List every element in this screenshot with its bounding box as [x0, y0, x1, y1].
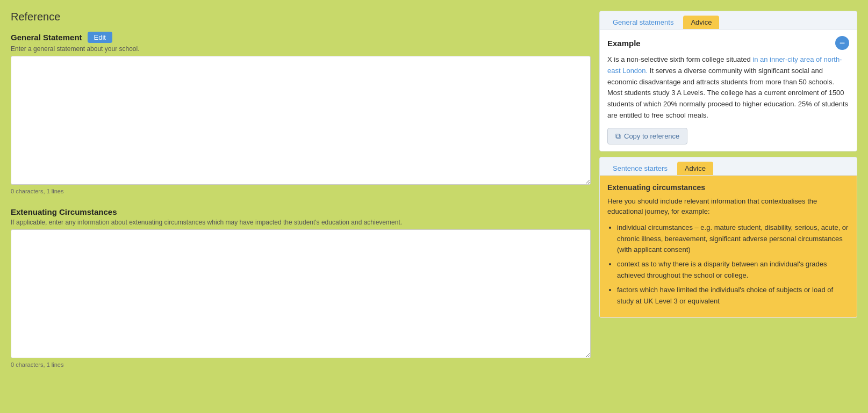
- lower-panel-body: Extenuating circumstances Here you shoul…: [600, 176, 857, 318]
- tab-sentence-starters[interactable]: Sentence starters: [605, 162, 675, 175]
- copy-button-label: Copy to reference: [624, 132, 679, 140]
- copy-icon: ⧉: [615, 132, 621, 141]
- upper-panel-tabs: General statements Advice: [600, 11, 857, 30]
- general-statement-title: General Statement: [11, 33, 82, 42]
- extenuating-title: Extenuating Circumstances: [11, 207, 117, 216]
- example-text: X is a non-selective sixth form college …: [607, 54, 849, 121]
- extenuating-header: Extenuating Circumstances: [11, 207, 591, 216]
- general-statement-desc: Enter a general statement about your sch…: [11, 45, 591, 53]
- tab-general-statements[interactable]: General statements: [605, 16, 681, 29]
- upper-panel-body: Example − X is a non-selective sixth for…: [600, 30, 857, 151]
- left-column: Reference General Statement Edit Enter a…: [11, 11, 591, 402]
- lower-panel-tabs: Sentence starters Advice: [600, 157, 857, 176]
- list-item: individual circumstances – e.g. mature s…: [617, 222, 849, 256]
- extenuating-section: Extenuating Circumstances If applicable,…: [11, 207, 591, 376]
- page-title: Reference: [11, 11, 591, 23]
- edit-button[interactable]: Edit: [88, 32, 112, 43]
- general-statement-header: General Statement Edit: [11, 32, 591, 43]
- lower-panel: Sentence starters Advice Extenuating cir…: [599, 157, 857, 318]
- right-column: General statements Advice Example − X is…: [599, 11, 857, 402]
- list-item: factors which have limited the individua…: [617, 285, 849, 307]
- minus-icon: −: [840, 38, 845, 48]
- tab-advice-lower[interactable]: Advice: [677, 162, 713, 175]
- list-item: context as to why there is a disparity b…: [617, 259, 849, 281]
- extenuating-char-count: 0 characters, 1 lines: [11, 361, 591, 368]
- extenuating-desc: If applicable, enter any information abo…: [11, 219, 591, 226]
- general-statement-char-count: 0 characters, 1 lines: [11, 188, 591, 194]
- example-header: Example −: [607, 36, 849, 50]
- collapse-button[interactable]: −: [835, 36, 849, 50]
- upper-panel: General statements Advice Example − X is…: [599, 11, 857, 151]
- ext-circumstances-title: Extenuating circumstances: [607, 183, 849, 192]
- general-statement-section: General Statement Edit Enter a general s…: [11, 32, 591, 203]
- copy-to-reference-button[interactable]: ⧉ Copy to reference: [607, 128, 687, 144]
- example-title: Example: [607, 39, 641, 48]
- tab-advice-upper[interactable]: Advice: [683, 16, 719, 29]
- extenuating-textarea[interactable]: [11, 229, 591, 358]
- ext-circumstances-desc: Here you should include relevant informa…: [607, 196, 849, 217]
- example-text-plain: X is a non-selective sixth form college …: [607, 55, 752, 63]
- ext-circumstances-list: individual circumstances – e.g. mature s…: [607, 222, 849, 307]
- general-statement-textarea[interactable]: [11, 56, 591, 185]
